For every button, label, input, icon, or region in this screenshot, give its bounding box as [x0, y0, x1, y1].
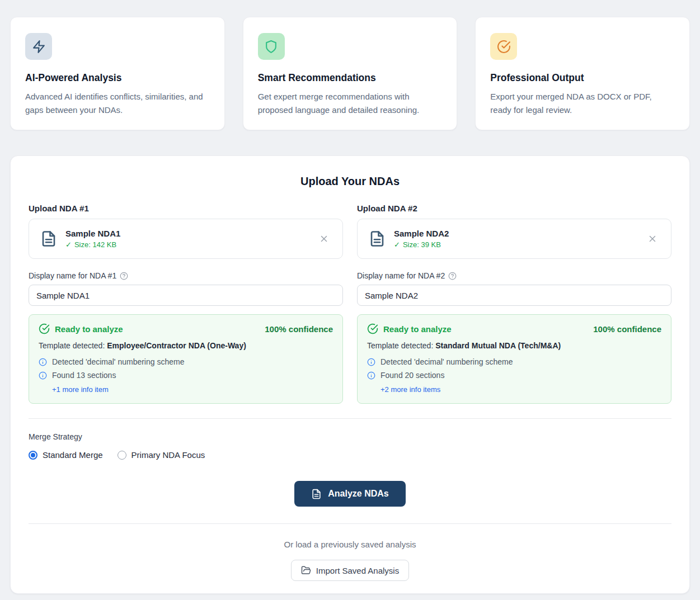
confidence-badge: 100% confidence	[265, 324, 333, 334]
remove-file-button[interactable]	[645, 232, 660, 246]
info-icon	[367, 358, 375, 366]
info-icon	[39, 358, 47, 366]
status-header: Ready to analyze 100% confidence	[367, 323, 661, 334]
import-saved-analysis-button[interactable]: Import Saved Analysis	[291, 560, 409, 581]
info-item-text: Detected 'decimal' numbering scheme	[380, 357, 513, 366]
file-card: Sample NDA1 ✓ Size: 142 KB	[29, 219, 343, 259]
display-name-label-text: Display name for NDA #2	[357, 271, 445, 280]
file-card: Sample NDA2 ✓ Size: 39 KB	[357, 219, 671, 259]
template-prefix: Template detected:	[39, 341, 105, 350]
feature-title: Smart Recommendations	[258, 72, 443, 84]
template-prefix: Template detected:	[367, 341, 433, 350]
close-icon	[319, 234, 329, 244]
info-item: Found 13 sections	[39, 371, 333, 380]
help-circle-icon[interactable]	[448, 272, 457, 280]
template-name: Standard Mutual NDA (Tech/M&A)	[435, 341, 561, 350]
radio-selected-icon[interactable]	[29, 451, 37, 460]
shield-icon	[258, 33, 285, 60]
feature-card-professional-output: Professional Output Export your merged N…	[475, 17, 690, 130]
merge-strategy-label: Merge Strategy	[29, 432, 671, 441]
status-title: Ready to analyze	[383, 324, 593, 334]
analysis-status-box: Ready to analyze 100% confidence Templat…	[357, 314, 671, 404]
upload-label: Upload NDA #2	[357, 204, 671, 213]
divider	[29, 523, 671, 524]
check-circle-icon	[39, 323, 50, 334]
file-name: Sample NDA1	[65, 229, 317, 238]
feature-description: Export your merged NDA as DOCX or PDF, r…	[490, 90, 675, 116]
feature-card-smart-recommendations: Smart Recommendations Get expert merge r…	[243, 17, 458, 130]
file-text-icon	[369, 229, 386, 248]
file-meta: Sample NDA1 ✓ Size: 142 KB	[65, 229, 317, 249]
remove-file-button[interactable]	[317, 232, 331, 246]
display-name-label: Display name for NDA #1	[29, 271, 343, 280]
file-text-icon	[311, 489, 322, 499]
file-size-text: Size: 39 KB	[403, 240, 441, 249]
more-info-link[interactable]: +1 more info item	[52, 385, 109, 394]
upload-label: Upload NDA #1	[29, 204, 343, 213]
folder-open-icon	[301, 565, 311, 575]
load-saved-hint: Or load a previously saved analysis	[29, 540, 671, 549]
info-item: Found 20 sections	[367, 371, 661, 380]
feature-title: Professional Output	[490, 72, 675, 84]
check-circle-icon	[490, 33, 517, 60]
feature-title: AI-Powered Analysis	[25, 72, 210, 84]
feature-cards-row: AI-Powered Analysis Advanced AI identifi…	[0, 0, 700, 130]
file-size: ✓ Size: 39 KB	[394, 240, 645, 249]
display-name-label: Display name for NDA #2	[357, 271, 671, 280]
display-name-input[interactable]	[357, 285, 671, 306]
import-button-row: Import Saved Analysis	[29, 560, 671, 581]
file-name: Sample NDA2	[394, 229, 645, 238]
file-size-text: Size: 142 KB	[74, 240, 116, 249]
display-name-input[interactable]	[29, 285, 343, 306]
zap-icon	[25, 33, 52, 60]
upload-slot-1: Upload NDA #1 Sample NDA1 ✓ Size: 142 KB	[29, 204, 343, 404]
upload-section: Upload Your NDAs Upload NDA #1 Sample ND…	[10, 155, 690, 594]
check-circle-icon	[367, 323, 378, 334]
radio-standard-merge[interactable]: Standard Merge	[29, 450, 103, 460]
radio-primary-nda-focus[interactable]: Primary NDA Focus	[118, 450, 205, 460]
check-glyph: ✓	[394, 240, 400, 249]
analyze-ndas-button[interactable]: Analyze NDAs	[294, 481, 405, 507]
info-icon	[367, 371, 375, 380]
file-size: ✓ Size: 142 KB	[65, 240, 317, 249]
status-header: Ready to analyze 100% confidence	[39, 323, 333, 334]
radio-label: Standard Merge	[43, 450, 103, 460]
display-name-label-text: Display name for NDA #1	[29, 271, 116, 280]
info-item: Detected 'decimal' numbering scheme	[367, 357, 661, 366]
feature-card-ai-analysis: AI-Powered Analysis Advanced AI identifi…	[10, 17, 225, 130]
feature-description: Advanced AI identifies conflicts, simila…	[25, 90, 210, 116]
help-circle-icon[interactable]	[120, 272, 128, 280]
more-info-link[interactable]: +2 more info items	[380, 385, 440, 394]
info-item-text: Found 20 sections	[380, 371, 444, 380]
analyze-button-label: Analyze NDAs	[328, 489, 388, 499]
analysis-status-box: Ready to analyze 100% confidence Templat…	[29, 314, 343, 404]
template-line: Template detected: Standard Mutual NDA (…	[367, 341, 661, 350]
info-item-text: Detected 'decimal' numbering scheme	[52, 357, 184, 366]
divider	[29, 418, 671, 419]
radio-unselected-icon[interactable]	[118, 451, 126, 460]
close-icon	[647, 234, 657, 244]
info-item: Detected 'decimal' numbering scheme	[39, 357, 333, 366]
check-glyph: ✓	[65, 240, 72, 249]
info-item-text: Found 13 sections	[52, 371, 116, 380]
info-icon	[39, 371, 47, 380]
merge-strategy-options: Standard Merge Primary NDA Focus	[29, 450, 671, 460]
radio-label: Primary NDA Focus	[131, 450, 205, 460]
template-line: Template detected: Employee/Contractor N…	[39, 341, 333, 350]
import-button-label: Import Saved Analysis	[316, 566, 399, 575]
status-title: Ready to analyze	[55, 324, 265, 334]
file-meta: Sample NDA2 ✓ Size: 39 KB	[394, 229, 645, 249]
analyze-button-row: Analyze NDAs	[29, 481, 671, 507]
upload-columns: Upload NDA #1 Sample NDA1 ✓ Size: 142 KB	[29, 204, 671, 404]
template-name: Employee/Contractor NDA (One-Way)	[107, 341, 246, 350]
file-text-icon	[40, 229, 57, 248]
section-title: Upload Your NDAs	[29, 175, 671, 188]
upload-slot-2: Upload NDA #2 Sample NDA2 ✓ Size: 39 KB	[357, 204, 671, 404]
feature-description: Get expert merge recommendations with pr…	[258, 90, 443, 116]
confidence-badge: 100% confidence	[593, 324, 661, 334]
